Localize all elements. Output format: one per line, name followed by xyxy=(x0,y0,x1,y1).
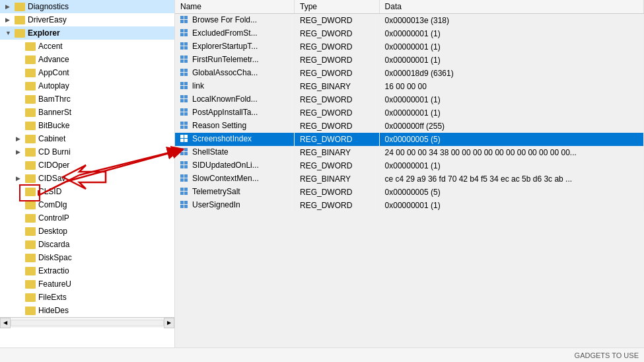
cell-type: REG_DWORD xyxy=(294,186,379,199)
cell-name: GlobalAssocCha... xyxy=(175,67,294,80)
tree-item[interactable]: Advance xyxy=(0,53,174,66)
table-row[interactable]: linkREG_BINARY16 00 00 00 xyxy=(175,80,644,93)
folder-icon xyxy=(25,161,36,170)
folder-icon xyxy=(15,3,25,11)
tree-item-label: BamThrc xyxy=(38,94,71,104)
cell-name: ExplorerStartupT... xyxy=(175,40,294,54)
tree-item[interactable]: BitBucke xyxy=(0,119,174,132)
tree-item[interactable]: FileExts xyxy=(0,291,174,304)
tree-item-label: Accent xyxy=(38,42,63,51)
tree-item-label: AppCont xyxy=(38,68,69,77)
expand-arrow[interactable]: ▶ xyxy=(16,135,25,142)
table-row[interactable]: FirstRunTelemetr...REG_DWORD0x00000001 (… xyxy=(175,54,644,67)
tree-item[interactable]: BannerSt xyxy=(0,106,174,119)
tree-item[interactable]: DiskSpac xyxy=(0,251,174,264)
tree-item[interactable]: ▶CIDSav xyxy=(0,172,174,185)
table-row[interactable]: ShellStateREG_BINARY24 00 00 00 34 38 00… xyxy=(175,146,644,159)
col-name: Name xyxy=(175,0,294,14)
cell-type: REG_BINARY xyxy=(294,172,379,186)
scroll-left-arrow[interactable]: ◀ xyxy=(0,318,11,328)
cell-type: REG_DWORD xyxy=(294,106,379,120)
table-row[interactable]: TelemetrySaltREG_DWORD0x00000005 (5) xyxy=(175,186,644,199)
tree-item[interactable]: CLSID xyxy=(0,185,174,198)
tree-item[interactable]: Accent xyxy=(0,40,174,53)
scroll-track[interactable] xyxy=(11,320,164,326)
table-row[interactable]: UserSignedInREG_DWORD0x00000001 (1) xyxy=(175,199,644,212)
tree-item-label: Explorer xyxy=(28,28,60,38)
expand-arrow[interactable]: ▶ xyxy=(5,3,15,10)
tree-panel: ▶Diagnostics▶DriverEasy▼ExplorerAccentAd… xyxy=(0,0,175,347)
tree-item-label: ControlP xyxy=(38,213,69,223)
tree-item-label: FileExts xyxy=(38,293,67,302)
tree-item[interactable]: ▶CD Burni xyxy=(0,145,174,159)
cell-name: link xyxy=(175,80,294,93)
tree-item[interactable]: ControlP xyxy=(0,211,174,225)
tree-item-label: Desktop xyxy=(38,227,67,236)
tree-item[interactable]: FeatureU xyxy=(0,277,174,291)
table-row[interactable]: PostAppInstallTa...REG_DWORD0x00000001 (… xyxy=(175,106,644,120)
cell-name: UserSignedIn xyxy=(175,199,294,212)
tree-item-label: CIDOper xyxy=(38,161,69,170)
reg-icon xyxy=(180,95,190,104)
reg-icon xyxy=(180,29,190,38)
table-row[interactable]: LocalKnownFold...REG_DWORD0x00000001 (1) xyxy=(175,93,644,106)
table-row[interactable]: ScreenshotIndexREG_DWORD0x00000005 (5) xyxy=(175,133,644,146)
expand-arrow[interactable]: ▼ xyxy=(5,30,15,36)
tree-item[interactable]: ▶DriverEasy xyxy=(0,13,174,26)
tree-item[interactable]: Autoplay xyxy=(0,79,174,92)
folder-icon xyxy=(25,227,36,236)
reg-icon xyxy=(180,42,190,52)
reg-icon xyxy=(180,174,190,184)
table-row[interactable]: SIDUpdatedOnLi...REG_DWORD0x00000001 (1) xyxy=(175,159,644,172)
tree-scrollbar[interactable]: ◀ ▶ xyxy=(0,317,174,328)
cell-data: 24 00 00 00 34 38 00 00 00 00 00 00 00 0… xyxy=(379,146,643,159)
cell-data: 0x00000001 (1) xyxy=(379,27,643,40)
table-row[interactable]: SlowContextMen...REG_BINARYce c4 29 a9 3… xyxy=(175,172,644,186)
tree-item[interactable]: HideDes xyxy=(0,304,174,317)
scroll-right-arrow[interactable]: ▶ xyxy=(164,318,174,328)
cell-type: REG_DWORD xyxy=(294,120,379,133)
folder-icon xyxy=(15,29,25,38)
cell-data: 0x00000005 (5) xyxy=(379,186,643,199)
tree-item-label: DiskSpac xyxy=(38,253,72,262)
tree-item-label: Advance xyxy=(38,55,69,64)
tree-item[interactable]: ComDlg xyxy=(0,198,174,211)
cell-data: 16 00 00 00 xyxy=(379,80,643,93)
table-row[interactable]: Reason SettingREG_DWORD0x000000ff (255) xyxy=(175,120,644,133)
cell-type: REG_DWORD xyxy=(294,27,379,40)
table-row[interactable]: ExplorerStartupT...REG_DWORD0x00000001 (… xyxy=(175,40,644,54)
folder-icon xyxy=(25,42,36,51)
expand-arrow[interactable]: ▶ xyxy=(5,17,15,23)
cell-type: REG_BINARY xyxy=(294,146,379,159)
cell-name: FirstRunTelemetr... xyxy=(175,54,294,67)
reg-icon xyxy=(180,161,190,170)
table-row[interactable]: GlobalAssocCha...REG_DWORD0x000018d9 (63… xyxy=(175,67,644,80)
cell-data: 0x000018d9 (6361) xyxy=(379,67,643,80)
tree-item[interactable]: BamThrc xyxy=(0,92,174,106)
folder-icon xyxy=(25,280,36,289)
cell-type: REG_DWORD xyxy=(294,133,379,146)
tree-item[interactable]: CIDOper xyxy=(0,159,174,172)
table-row[interactable]: ExcludedFromSt...REG_DWORD0x00000001 (1) xyxy=(175,27,644,40)
tree-item[interactable]: ▼Explorer xyxy=(0,26,174,40)
tree-item-label: CIDSav xyxy=(38,174,65,183)
cell-data: 0x00000005 (5) xyxy=(379,133,643,146)
tree-item[interactable]: Extractio xyxy=(0,264,174,277)
cell-type: REG_DWORD xyxy=(294,159,379,172)
expand-arrow[interactable]: ▶ xyxy=(16,175,25,182)
expand-arrow[interactable]: ▶ xyxy=(16,149,25,155)
values-panel: Name Type Data Browse For Fold...REG_DWO… xyxy=(175,0,644,347)
tree-item[interactable]: Discarda xyxy=(0,238,174,251)
cell-name: ShellState xyxy=(175,146,294,159)
status-bar: GADGETS TO USE xyxy=(0,347,644,362)
tree-item[interactable]: ▶Cabinet xyxy=(0,132,174,145)
cell-data: ce c4 29 a9 36 fd 70 42 b4 f5 34 ec ac 5… xyxy=(379,172,643,186)
tree-item[interactable]: ▶Diagnostics xyxy=(0,0,174,13)
tree-item-label: Cabinet xyxy=(38,134,65,143)
table-row[interactable]: Browse For Fold...REG_DWORD0x0000013e (3… xyxy=(175,14,644,27)
cell-name: ScreenshotIndex xyxy=(175,133,294,146)
tree-item[interactable]: AppCont xyxy=(0,66,174,79)
tree-item[interactable]: Desktop xyxy=(0,225,174,238)
folder-icon xyxy=(25,254,36,262)
folder-icon xyxy=(25,135,36,143)
